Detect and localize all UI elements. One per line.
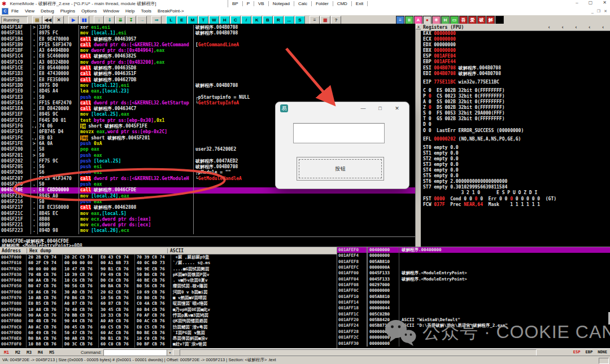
disasm-row[interactable]: 0045F1B4.E8 9E470000call 破解程序.00463957	[0, 37, 415, 42]
disasm-row[interactable]: 0045F1D8.E8 FE350000call 破解程序.004627DB	[0, 77, 415, 83]
toolbar-letter-h-button[interactable]: H	[220, 16, 230, 24]
dump-row[interactable]: 0047F0A090 AA CB 7670 BB CB 7610 33 CB 7…	[0, 313, 337, 318]
register-line[interactable]: ST4 empty 0.0	[421, 168, 610, 173]
command-input[interactable]	[104, 350, 168, 354]
disasm-row[interactable]: 0045F1C4.E8 5C460000call 破解程序.00463825	[0, 54, 415, 59]
mdi-close-button[interactable]: ✕	[604, 9, 607, 14]
register-line[interactable]: ST2 empty 0.0	[421, 156, 610, 162]
stack-row[interactable]: 001AFF1800000044	[337, 305, 610, 311]
collapse-icon[interactable]: ‹	[588, 25, 591, 30]
disasm-row[interactable]: 0045F1E3.50push eax┌pStartupinfo = NULL	[0, 95, 415, 100]
pause-icon[interactable]: ▮▮	[79, 16, 89, 24]
dialog-title-bar[interactable]: 易 — □ ✕	[276, 102, 409, 115]
windows-grid-icon[interactable]: ▦	[320, 16, 330, 24]
stack-row[interactable]: 001AFF10005AB810	[337, 294, 610, 300]
plugin-flower-icon[interactable]: ✳	[432, 16, 441, 24]
register-line[interactable]: P 0 CS 0023 32bit 0(FFFFFFFF)	[421, 94, 610, 99]
frame-label-none[interactable]: NONE	[598, 350, 607, 354]
register-line[interactable]: C 0 ES 002B 32bit 0(FFFFFFFF)	[421, 88, 610, 94]
plugin-h-icon[interactable]: H	[441, 16, 450, 24]
stack-row[interactable]: 001AFF2C00000000	[337, 335, 610, 340]
memory-tab-m5[interactable]: M5	[49, 350, 54, 355]
cpu-window-icon[interactable]: C	[2, 8, 8, 15]
debuggee-dialog[interactable]: 易 — □ ✕ 按钮	[275, 102, 409, 189]
dialog-close-button[interactable]: ✕	[389, 103, 406, 114]
menu-button-p[interactable]: P	[243, 1, 254, 6]
disasm-row[interactable]: 0045F1BF.A3 64494B00mov dword ptr ds:[0x…	[0, 48, 415, 54]
register-line[interactable]: ESP 001AFE04	[421, 54, 610, 59]
register-line[interactable]: EFL 00000202 (NO,NB,NE,A,NS,PO,GE,G)	[421, 137, 610, 142]
dump-row[interactable]: 0047F050B0 47 CB 7690 56 CB 7600 BA CB 7…	[0, 283, 337, 289]
stack-row[interactable]: 001AFF0800297000	[337, 282, 610, 288]
dump-row[interactable]: 0047F0D060 49 CB 7650 47 CB 7660 AC CB 7…	[0, 330, 337, 336]
collapse-icon[interactable]: ‹	[561, 25, 564, 30]
toolbar-letter-dots-button[interactable]: ...	[284, 16, 294, 24]
menu-item-breakpoint[interactable]: BreakPoint->	[158, 8, 184, 14]
dump-row[interactable]: 0047F060C0 A6 CB 7630 AD CB 7620 62 CB 7…	[0, 290, 337, 295]
toolbar-letter-c-button[interactable]: C	[230, 16, 241, 24]
window-minimize-button[interactable]: –	[576, 0, 578, 5]
menu-button-notepad[interactable]: Notepad	[269, 1, 294, 6]
command-dropdown-icon[interactable]: ▼	[167, 350, 173, 356]
register-line[interactable]: FCW 037F Prec NEAR,64 Mask 1 1 1 1 1 1	[421, 202, 610, 208]
toolbar-letter-w-button[interactable]: W	[209, 16, 219, 24]
menu-button-folder[interactable]: Folder	[312, 1, 333, 6]
menu-item-options[interactable]: Options	[81, 8, 97, 14]
menu-button-vb[interactable]: VB	[254, 1, 269, 6]
animate-into-icon[interactable]: ⇊	[115, 16, 125, 24]
dump-row[interactable]: 0047F0B040 4B CB 7690 44 CB 76A0 A9 CB 7…	[0, 318, 337, 324]
menu-item-view[interactable]: View	[25, 8, 34, 14]
hex-dump-pane[interactable]: Address Hex dump ASCII 0047F00020 2B C9 …	[0, 247, 337, 349]
execute-return-icon[interactable]: →	[137, 16, 147, 24]
dump-row[interactable]: 0047F0E0B0 BA CB 7690 AB CB 76D0 B1 CB 7…	[0, 336, 337, 341]
memory-tab-m4[interactable]: M4	[38, 350, 43, 355]
mdi-restore-button[interactable]: ❐	[597, 9, 600, 14]
stack-row[interactable]: 001AFF1400000000	[337, 300, 610, 305]
plugin-a-icon[interactable]: A	[414, 16, 422, 24]
animate-over-icon[interactable]: ↧	[126, 16, 136, 24]
plugin-ai-icon[interactable]: 爱	[468, 16, 477, 24]
disasm-row[interactable]: 0045F1CE.E8 05440000call 破解程序.004635D8	[0, 65, 415, 71]
disasm-row[interactable]: 0045F1B9.FF15 58F3470call dword ptr ds:[…	[0, 42, 415, 48]
register-line[interactable]: EAX 00000000	[421, 31, 610, 37]
restart-icon[interactable]: ◀◀	[43, 16, 53, 24]
register-line[interactable]: EIP 775E11BC win32u.775E11BC	[421, 80, 610, 85]
register-line[interactable]: ESI 004B0708 破解程序.004B0708	[421, 65, 610, 71]
menu-button-bp[interactable]: BP	[228, 1, 243, 6]
toolbar-letter-t-button[interactable]: T	[198, 16, 208, 24]
plugin-black-icon[interactable]	[495, 16, 504, 24]
disasm-row[interactable]: 0045F1D3.E8 47430000call 破解程序.0046351F	[0, 71, 415, 77]
plugin-wu-icon[interactable]: 吾	[459, 16, 468, 24]
go-to-icon[interactable]: ⇒	[151, 16, 162, 24]
step-over-icon[interactable]: ⇓	[104, 16, 115, 24]
register-line[interactable]: ECX 00000000	[421, 37, 610, 42]
stack-row[interactable]: 001AFF24005B8710ASCII "D:\吾爱破解\逆向\易语言\破解…	[337, 323, 610, 328]
window-maximize-button[interactable]: ▢	[589, 0, 593, 5]
register-line[interactable]: S 0 FS 0053 32bit 29A000(FFF)	[421, 111, 610, 116]
dialog-push-button[interactable]: 按钮	[297, 157, 384, 181]
menu-item-debug[interactable]: Debug	[41, 8, 54, 14]
dump-row[interactable]: 0047F04000 AA CB 7610 C6 CB 76D0 C0 CB 7…	[0, 278, 337, 283]
dump-row[interactable]: 0047F09010 A8 CB 7670 48 CB 7630 45 CB 7…	[0, 307, 337, 313]
disasm-row[interactable]: 0045F1DD.8975 D0mov [local.12],esi破解程序.0…	[0, 83, 415, 89]
register-line[interactable]: FST 0000 Cond 0 0 0 0 Err 0 0 0 0 0 0 0 …	[421, 196, 610, 202]
menu-item-tools[interactable]: Tools	[141, 8, 151, 14]
dialog-maximize-button[interactable]: □	[372, 103, 389, 114]
plugin-po-icon[interactable]: 破	[477, 16, 486, 24]
disasm-row[interactable]: 0045F1B1.8975 FCmov [local.1],esi破解程序.00…	[0, 30, 415, 36]
registers-pane[interactable]: Registers (FPU) ‹‹‹‹‹ EAX 00000000ECX 00…	[421, 24, 610, 247]
collapse-icon[interactable]: ‹	[548, 25, 551, 30]
memory-tab-m3[interactable]: M3	[27, 350, 32, 355]
disasm-row[interactable]: 0045F21C.8B45 ECmov eax,[local.5]	[0, 211, 415, 217]
register-line[interactable]: Z 0 DS 002B 32bit 0(FFFFFFFF)	[421, 105, 610, 111]
disasm-row[interactable]: 0045F216.50push eax	[0, 199, 415, 205]
menu-button-cmd[interactable]: CMD	[333, 1, 352, 6]
register-line[interactable]: EDX 00000000	[421, 42, 610, 48]
toolbar-letter-m-button[interactable]: M	[188, 16, 198, 24]
menu-item-plugins[interactable]: Plugins	[60, 8, 75, 14]
frame-label-ebp[interactable]: EBP	[585, 350, 592, 354]
dialog-edit-field[interactable]	[293, 123, 385, 143]
register-line[interactable]: ST6 empty 2.0000000000000000000	[421, 179, 610, 185]
register-line[interactable]: ST3 empty 0.0	[421, 162, 610, 168]
register-line[interactable]: EBX 00000000	[421, 48, 610, 54]
